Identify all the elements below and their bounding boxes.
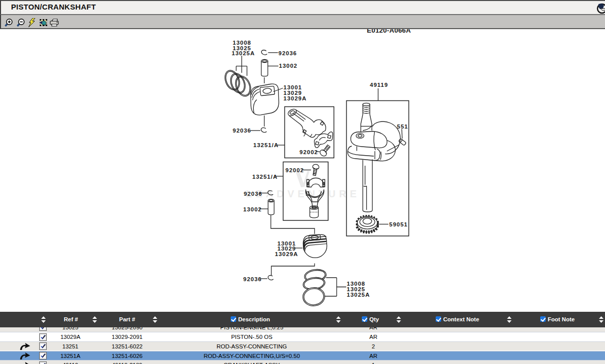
svg-text:LEADVENTURE: LEADVENTURE — [246, 188, 360, 199]
svg-text:13002: 13002 — [243, 206, 262, 212]
svg-text:13025A: 13025A — [232, 50, 255, 56]
svg-text:59051: 59051 — [389, 221, 408, 227]
svg-text:13251/A: 13251/A — [252, 174, 277, 180]
svg-text:13025A: 13025A — [347, 292, 370, 298]
svg-text:13029A: 13029A — [275, 251, 298, 257]
svg-text:92036: 92036 — [233, 128, 251, 134]
svg-text:13002: 13002 — [279, 63, 297, 69]
svg-text:92002: 92002 — [285, 167, 304, 173]
svg-text:13029A: 13029A — [283, 95, 307, 101]
svg-text:551: 551 — [397, 124, 408, 130]
svg-text:92002: 92002 — [299, 149, 318, 155]
svg-text:92036: 92036 — [243, 276, 262, 282]
svg-text:92036: 92036 — [278, 50, 297, 56]
svg-text:92036: 92036 — [244, 191, 262, 197]
svg-text:E0120-A066A: E0120-A066A — [367, 29, 411, 34]
svg-text:13251/A: 13251/A — [253, 142, 278, 148]
svg-text:49119: 49119 — [370, 82, 388, 88]
